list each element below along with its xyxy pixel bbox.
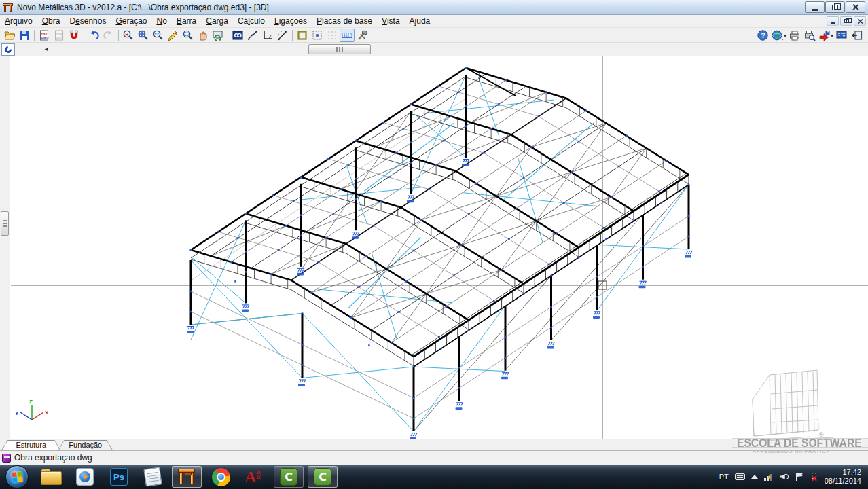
taskbar-item-chrome[interactable]: [206, 466, 236, 488]
application-window: Novo Metálicas 3D - v2012.a - [C:\...\Ob…: [0, 0, 868, 489]
window-title: Novo Metálicas 3D - v2012.a - [C:\...\Ob…: [17, 3, 269, 12]
keyboard-icon[interactable]: [735, 473, 745, 480]
menu-item-cálculo[interactable]: Cálculo: [233, 15, 270, 27]
printer-icon[interactable]: [787, 29, 802, 42]
restore-button[interactable]: [825, 1, 845, 13]
system-tray: PT ✦ 17:42 08/11/2014: [719, 468, 868, 486]
globe-icon[interactable]: [770, 29, 785, 42]
print-preview-icon[interactable]: [802, 29, 817, 42]
taskbar-item-notepad[interactable]: [138, 466, 168, 488]
screen-config-icon[interactable]: [834, 29, 849, 42]
mdi-minimize-button[interactable]: [827, 16, 839, 26]
volume-icon[interactable]: [780, 473, 789, 481]
taskbar-clock[interactable]: 17:42 08/11/2014: [825, 468, 861, 486]
zoom-pencil-icon[interactable]: [166, 29, 181, 42]
toolbar-separator: [84, 30, 84, 41]
open-icon[interactable]: [2, 29, 17, 42]
ortho-square-icon[interactable]: [295, 29, 310, 42]
minimize-button[interactable]: [805, 1, 825, 13]
taskbar-item-metalicas-3d[interactable]: [172, 466, 202, 488]
export-red-icon[interactable]: [817, 29, 832, 42]
dxf-import-icon[interactable]: DXFDWG: [37, 29, 52, 42]
collapse-arrow-icon[interactable]: ◄: [43, 46, 49, 52]
menu-item-vista[interactable]: Vista: [377, 15, 404, 27]
menu-item-barra[interactable]: Barra: [172, 15, 201, 27]
mdi-restore-button[interactable]: [840, 16, 852, 26]
app-logo-icon: [3, 3, 14, 12]
grid-icon: [325, 29, 340, 42]
svg-text:R: R: [126, 31, 129, 36]
undo-icon[interactable]: [86, 29, 101, 42]
top-panel-grip-handle[interactable]: [308, 44, 371, 54]
monitor-refresh-icon[interactable]: [211, 29, 225, 42]
zoom-x2-icon[interactable]: x2: [151, 29, 166, 42]
book-icon: [2, 454, 11, 463]
pan-hand-icon[interactable]: [196, 29, 211, 42]
taskbar-item-camtasia[interactable]: C: [274, 466, 304, 488]
taskbar-item-camtasia-recorder[interactable]: C: [308, 466, 338, 488]
svg-text:?: ?: [761, 31, 765, 39]
taskbar-item-explorer[interactable]: [36, 466, 66, 488]
save-icon[interactable]: [17, 29, 32, 42]
dim-angle-icon[interactable]: [260, 29, 275, 42]
start-button[interactable]: [5, 465, 29, 488]
dropdown-arrow-icon[interactable]: ▾: [831, 33, 833, 42]
taskbar-item-media-player[interactable]: [70, 466, 100, 488]
tools-hammer-icon[interactable]: [355, 29, 369, 42]
help-icon[interactable]: ?: [755, 29, 770, 42]
left-panel-grip-handle[interactable]: [1, 211, 9, 236]
language-indicator[interactable]: PT: [719, 473, 729, 481]
taskbar-item-photoshop[interactable]: Ps: [104, 466, 134, 488]
svg-text:Z: Z: [29, 399, 33, 405]
svg-text:Y: Y: [15, 410, 19, 416]
status-bar: Obra exportaçao dwg: [0, 450, 868, 465]
svg-text:DWG: DWG: [56, 36, 64, 39]
zoom-redraw-icon[interactable]: R: [121, 29, 136, 42]
dim-measure-icon[interactable]: [275, 29, 290, 42]
left-panel-strip: [0, 56, 10, 439]
windows-flag-icon: [12, 471, 24, 484]
3d-viewport[interactable]: ZXY: [0, 56, 868, 439]
exit-window-icon[interactable]: [849, 29, 864, 42]
show-hidden-icon[interactable]: [751, 475, 758, 479]
close-button[interactable]: [846, 1, 865, 13]
view-undo-icon[interactable]: [1, 43, 15, 56]
menu-item-desenhos[interactable]: Desenhos: [65, 15, 111, 27]
windows-taskbar: PsA2010CC PT ✦ 17:42 08/11/2014: [0, 465, 868, 489]
toolbar-separator: [118, 30, 119, 41]
redo-icon: [101, 29, 116, 42]
search-window-icon[interactable]: [230, 29, 245, 42]
menu-item-arquivo[interactable]: Arquivo: [0, 15, 37, 27]
menu-item-obra[interactable]: Obra: [37, 15, 65, 27]
panel-row: ◄: [0, 43, 868, 56]
dim-move-icon[interactable]: [245, 29, 260, 42]
menu-item-ajuda[interactable]: Ajuda: [405, 15, 435, 27]
status-text: Obra exportaçao dwg: [14, 453, 92, 463]
toolbar-separator: [228, 30, 228, 41]
magnet-icon[interactable]: [67, 29, 82, 42]
menu-item-ligações[interactable]: Ligações: [270, 15, 312, 27]
3d-structure-view[interactable]: ZXY: [11, 56, 868, 439]
zoom-window-icon[interactable]: [181, 29, 196, 42]
taskbar-item-autocad[interactable]: A2010: [240, 466, 270, 488]
menu-item-placas-de-base[interactable]: Placas de base: [312, 15, 377, 27]
snap-center-icon[interactable]: [310, 29, 325, 42]
menu-item-carga[interactable]: Carga: [201, 15, 233, 27]
tab-fundação[interactable]: Fundação: [58, 440, 113, 450]
mdi-close-button[interactable]: [854, 16, 866, 26]
toolbar-separator: [34, 30, 35, 41]
safely-remove-icon[interactable]: [810, 473, 818, 481]
actioncenter-flag-icon[interactable]: [795, 473, 803, 481]
menu-item-nó[interactable]: Nó: [152, 15, 172, 27]
svg-text:X: X: [45, 410, 49, 416]
toolbar-separator: [292, 30, 293, 41]
tab-estrutura[interactable]: Estrutura: [1, 440, 60, 450]
network-icon[interactable]: ✦: [764, 473, 774, 481]
zoom-extents-icon[interactable]: [136, 29, 151, 42]
tray-date: 08/11/2014: [825, 477, 861, 486]
title-bar[interactable]: Novo Metálicas 3D - v2012.a - [C:\...\Ob…: [0, 0, 868, 15]
menu-bar: ArquivoObraDesenhosGeraçãoNóBarraCargaCá…: [0, 15, 868, 28]
dim-display-icon[interactable]: 123: [340, 29, 355, 42]
menu-item-geração[interactable]: Geração: [111, 15, 151, 27]
dropdown-arrow-icon[interactable]: ▾: [784, 33, 786, 42]
